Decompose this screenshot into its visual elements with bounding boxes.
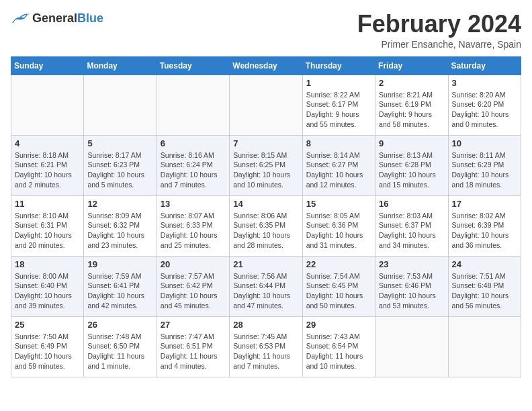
- day-number: 6: [161, 138, 226, 148]
- calendar-week-1: 1Sunrise: 8:22 AM Sunset: 6:17 PM Daylig…: [11, 75, 521, 135]
- day-number: 16: [379, 199, 444, 209]
- day-info: Sunrise: 7:50 AM Sunset: 6:49 PM Dayligh…: [15, 332, 80, 371]
- calendar-cell: 19Sunrise: 7:59 AM Sunset: 6:41 PM Dayli…: [84, 256, 157, 316]
- calendar-cell: 25Sunrise: 7:50 AM Sunset: 6:49 PM Dayli…: [11, 316, 84, 377]
- day-info: Sunrise: 7:56 AM Sunset: 6:44 PM Dayligh…: [233, 271, 298, 311]
- day-number: 1: [306, 78, 371, 88]
- calendar-cell: [11, 75, 84, 135]
- calendar-week-2: 4Sunrise: 8:18 AM Sunset: 6:21 PM Daylig…: [11, 135, 521, 195]
- calendar-cell: 15Sunrise: 8:05 AM Sunset: 6:36 PM Dayli…: [302, 195, 375, 256]
- day-number: 11: [15, 199, 80, 209]
- day-info: Sunrise: 8:15 AM Sunset: 6:25 PM Dayligh…: [233, 150, 298, 190]
- day-info: Sunrise: 8:07 AM Sunset: 6:33 PM Dayligh…: [161, 211, 226, 250]
- calendar-cell: 29Sunrise: 7:43 AM Sunset: 6:54 PM Dayli…: [302, 316, 375, 377]
- calendar-cell: 12Sunrise: 8:09 AM Sunset: 6:32 PM Dayli…: [84, 195, 157, 256]
- calendar-cell: 16Sunrise: 8:03 AM Sunset: 6:37 PM Dayli…: [375, 195, 448, 256]
- calendar-week-3: 11Sunrise: 8:10 AM Sunset: 6:31 PM Dayli…: [11, 195, 521, 256]
- subtitle: Primer Ensanche, Navarre, Spain: [357, 39, 521, 50]
- calendar-week-5: 25Sunrise: 7:50 AM Sunset: 6:49 PM Dayli…: [11, 316, 521, 377]
- day-info: Sunrise: 8:16 AM Sunset: 6:24 PM Dayligh…: [161, 150, 226, 190]
- day-info: Sunrise: 8:17 AM Sunset: 6:23 PM Dayligh…: [87, 150, 152, 190]
- day-number: 22: [306, 259, 371, 269]
- day-number: 4: [15, 138, 80, 148]
- calendar-cell: 7Sunrise: 8:15 AM Sunset: 6:25 PM Daylig…: [230, 135, 302, 195]
- day-number: 26: [87, 320, 152, 330]
- day-info: Sunrise: 8:11 AM Sunset: 6:29 PM Dayligh…: [452, 150, 517, 190]
- calendar-cell: 18Sunrise: 8:00 AM Sunset: 6:40 PM Dayli…: [11, 256, 84, 316]
- calendar-cell: 1Sunrise: 8:22 AM Sunset: 6:17 PM Daylig…: [302, 75, 375, 135]
- header-area: GeneralBlue February 2024 Primer Ensanch…: [11, 11, 521, 50]
- day-info: Sunrise: 7:59 AM Sunset: 6:41 PM Dayligh…: [87, 271, 152, 311]
- calendar-cell: [157, 75, 229, 135]
- day-number: 28: [233, 320, 298, 330]
- calendar-cell: 8Sunrise: 8:14 AM Sunset: 6:27 PM Daylig…: [302, 135, 375, 195]
- calendar-cell: [84, 75, 157, 135]
- logo-bird-icon: [11, 11, 30, 26]
- day-number: 24: [452, 259, 517, 269]
- day-info: Sunrise: 8:22 AM Sunset: 6:17 PM Dayligh…: [306, 90, 371, 130]
- calendar-cell: 5Sunrise: 8:17 AM Sunset: 6:23 PM Daylig…: [84, 135, 157, 195]
- calendar: SundayMondayTuesdayWednesdayThursdayFrid…: [11, 56, 521, 377]
- day-info: Sunrise: 7:57 AM Sunset: 6:42 PM Dayligh…: [161, 271, 226, 311]
- calendar-cell: 17Sunrise: 8:02 AM Sunset: 6:39 PM Dayli…: [448, 195, 521, 256]
- day-number: 17: [452, 199, 517, 209]
- day-info: Sunrise: 7:53 AM Sunset: 6:46 PM Dayligh…: [379, 271, 444, 311]
- weekday-header-monday: Monday: [84, 56, 157, 75]
- calendar-cell: 2Sunrise: 8:21 AM Sunset: 6:19 PM Daylig…: [375, 75, 448, 135]
- calendar-cell: 14Sunrise: 8:06 AM Sunset: 6:35 PM Dayli…: [230, 195, 302, 256]
- day-info: Sunrise: 8:03 AM Sunset: 6:37 PM Dayligh…: [379, 211, 444, 250]
- day-number: 7: [233, 138, 298, 148]
- weekday-header-saturday: Saturday: [448, 56, 521, 75]
- weekday-header-thursday: Thursday: [302, 56, 375, 75]
- calendar-header: SundayMondayTuesdayWednesdayThursdayFrid…: [11, 56, 521, 75]
- day-info: Sunrise: 7:48 AM Sunset: 6:50 PM Dayligh…: [87, 332, 152, 371]
- day-info: Sunrise: 8:10 AM Sunset: 6:31 PM Dayligh…: [15, 211, 80, 250]
- day-number: 23: [379, 259, 444, 269]
- day-info: Sunrise: 8:06 AM Sunset: 6:35 PM Dayligh…: [233, 211, 298, 250]
- day-number: 20: [161, 259, 226, 269]
- day-info: Sunrise: 8:00 AM Sunset: 6:40 PM Dayligh…: [15, 271, 80, 311]
- calendar-cell: 20Sunrise: 7:57 AM Sunset: 6:42 PM Dayli…: [157, 256, 229, 316]
- calendar-week-4: 18Sunrise: 8:00 AM Sunset: 6:40 PM Dayli…: [11, 256, 521, 316]
- day-info: Sunrise: 8:02 AM Sunset: 6:39 PM Dayligh…: [452, 211, 517, 250]
- day-number: 3: [452, 78, 517, 88]
- weekday-header-tuesday: Tuesday: [157, 56, 229, 75]
- calendar-cell: 28Sunrise: 7:45 AM Sunset: 6:53 PM Dayli…: [230, 316, 302, 377]
- weekday-header-row: SundayMondayTuesdayWednesdayThursdayFrid…: [11, 56, 521, 75]
- weekday-header-wednesday: Wednesday: [230, 56, 302, 75]
- weekday-header-sunday: Sunday: [11, 56, 84, 75]
- calendar-cell: [448, 316, 521, 377]
- weekday-header-friday: Friday: [375, 56, 448, 75]
- day-number: 15: [306, 199, 371, 209]
- day-info: Sunrise: 8:20 AM Sunset: 6:20 PM Dayligh…: [452, 90, 517, 130]
- day-info: Sunrise: 8:13 AM Sunset: 6:28 PM Dayligh…: [379, 150, 444, 190]
- day-number: 14: [233, 199, 298, 209]
- day-number: 27: [161, 320, 226, 330]
- day-number: 5: [87, 138, 152, 148]
- calendar-cell: 6Sunrise: 8:16 AM Sunset: 6:24 PM Daylig…: [157, 135, 229, 195]
- calendar-cell: 24Sunrise: 7:51 AM Sunset: 6:48 PM Dayli…: [448, 256, 521, 316]
- calendar-cell: 26Sunrise: 7:48 AM Sunset: 6:50 PM Dayli…: [84, 316, 157, 377]
- logo-blue: Blue: [77, 11, 103, 25]
- day-number: 19: [87, 259, 152, 269]
- day-info: Sunrise: 8:21 AM Sunset: 6:19 PM Dayligh…: [379, 90, 444, 130]
- day-number: 21: [233, 259, 298, 269]
- day-number: 25: [15, 320, 80, 330]
- calendar-cell: 13Sunrise: 8:07 AM Sunset: 6:33 PM Dayli…: [157, 195, 229, 256]
- day-number: 9: [379, 138, 444, 148]
- calendar-cell: 23Sunrise: 7:53 AM Sunset: 6:46 PM Dayli…: [375, 256, 448, 316]
- calendar-cell: 9Sunrise: 8:13 AM Sunset: 6:28 PM Daylig…: [375, 135, 448, 195]
- day-number: 8: [306, 138, 371, 148]
- calendar-cell: 10Sunrise: 8:11 AM Sunset: 6:29 PM Dayli…: [448, 135, 521, 195]
- day-number: 13: [161, 199, 226, 209]
- day-info: Sunrise: 7:47 AM Sunset: 6:51 PM Dayligh…: [161, 332, 226, 371]
- day-number: 12: [87, 199, 152, 209]
- title-area: February 2024 Primer Ensanche, Navarre, …: [357, 11, 521, 50]
- day-info: Sunrise: 8:14 AM Sunset: 6:27 PM Dayligh…: [306, 150, 371, 190]
- day-number: 10: [452, 138, 517, 148]
- day-info: Sunrise: 8:09 AM Sunset: 6:32 PM Dayligh…: [87, 211, 152, 250]
- calendar-cell: 11Sunrise: 8:10 AM Sunset: 6:31 PM Dayli…: [11, 195, 84, 256]
- calendar-cell: 27Sunrise: 7:47 AM Sunset: 6:51 PM Dayli…: [157, 316, 229, 377]
- main-title: February 2024: [357, 11, 521, 38]
- day-number: 29: [306, 320, 371, 330]
